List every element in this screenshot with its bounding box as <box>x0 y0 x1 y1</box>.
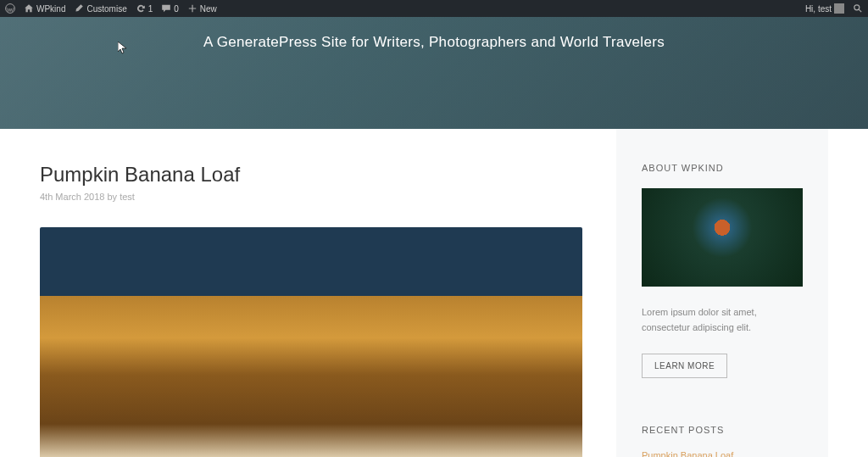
site-name-link[interactable]: WPkind <box>24 3 65 14</box>
about-widget-text: Lorem ipsum dolor sit amet, consectetur … <box>642 305 803 335</box>
wp-admin-bar: WPkind Customise 1 0 New Hi, test <box>0 0 868 17</box>
post-meta: 4th March 2018 by test <box>40 192 582 202</box>
greeting-text: Hi, test <box>805 4 832 14</box>
comments-count: 0 <box>174 4 179 14</box>
updates-count: 1 <box>148 4 153 14</box>
site-name-text: WPkind <box>36 4 65 14</box>
learn-more-button[interactable]: LEARN MORE <box>642 354 727 378</box>
wp-logo[interactable] <box>5 3 15 14</box>
customise-link[interactable]: Customise <box>74 3 126 14</box>
main-content: Pumpkin Banana Loaf 4th March 2018 by te… <box>40 129 616 457</box>
recent-posts-title: RECENT POSTS <box>642 425 803 435</box>
sidebar: ABOUT WPKIND Lorem ipsum dolor sit amet,… <box>616 129 828 457</box>
about-widget-image <box>642 188 803 287</box>
new-link[interactable]: New <box>187 3 217 14</box>
post-title[interactable]: Pumpkin Banana Loaf <box>40 163 582 187</box>
updates-link[interactable]: 1 <box>136 3 153 14</box>
customise-text: Customise <box>86 4 126 14</box>
search-icon[interactable] <box>853 3 863 14</box>
new-text: New <box>200 4 217 14</box>
svg-point-1 <box>854 5 860 10</box>
comments-link[interactable]: 0 <box>161 3 179 14</box>
hero-banner: A GeneratePress Site for Writers, Photog… <box>0 17 868 129</box>
recent-post-link[interactable]: Pumpkin Banana Loaf <box>642 450 803 457</box>
avatar <box>834 3 844 14</box>
featured-image[interactable] <box>40 227 582 457</box>
account-link[interactable]: Hi, test <box>805 3 844 14</box>
hero-tagline: A GeneratePress Site for Writers, Photog… <box>203 34 665 51</box>
about-widget-title: ABOUT WPKIND <box>642 163 803 173</box>
